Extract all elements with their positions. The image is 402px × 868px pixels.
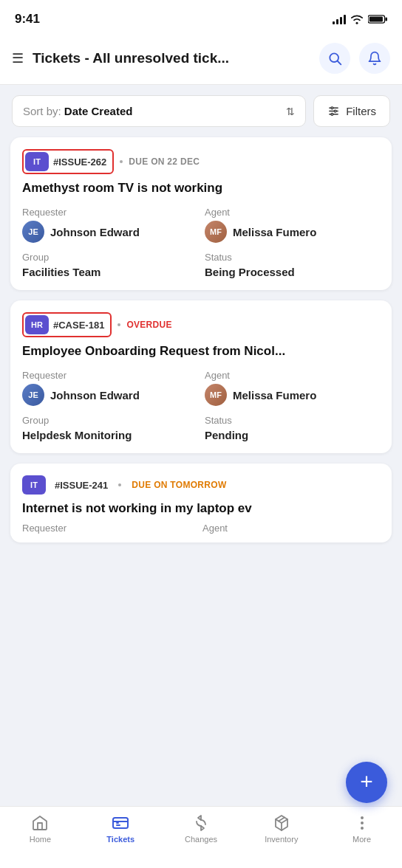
group-label-0: Group (22, 252, 197, 263)
changes-icon (192, 814, 210, 832)
page-title: Tickets - All unresolved tick... (33, 50, 310, 66)
ticket-id-0: #ISSUE-262 (53, 156, 106, 168)
ticket-card-0[interactable]: IT #ISSUE-262 DUE ON 22 DEC Amethyst roo… (10, 137, 392, 290)
ticket-title-1: Employee Onboarding Request from Nicol..… (22, 343, 380, 359)
requester-avatar-1: JE (22, 384, 44, 406)
status-field-0: Status Being Processed (205, 252, 380, 278)
nav-label-tickets: Tickets (106, 835, 134, 844)
ticket-card-1[interactable]: HR #CASE-181 OVERDUE Employee Onboarding… (10, 300, 392, 453)
signal-icon (333, 14, 346, 24)
nav-label-more: More (352, 835, 371, 844)
status-value-0: Being Processed (205, 266, 380, 278)
sort-button[interactable]: Sort by: Date Created ⇅ (12, 95, 306, 127)
status-value-1: Pending (205, 429, 380, 441)
sort-value: Date Created (64, 105, 133, 117)
status-bar: 9:41 (0, 0, 402, 35)
notification-button[interactable] (359, 43, 390, 74)
card-header-0: IT #ISSUE-262 DUE ON 22 DEC (22, 149, 380, 174)
status-label-1: Status (205, 415, 380, 426)
agent-field-1: Agent MF Melissa Fumero (205, 370, 380, 406)
dot-2 (118, 483, 121, 486)
agent-label-2: Agent (202, 523, 380, 534)
requester-label-2: Requester (22, 523, 200, 534)
filters-label: Filters (346, 105, 376, 117)
create-ticket-fab[interactable]: + (346, 762, 387, 803)
dept-badge-0: IT (25, 152, 49, 171)
sliders-icon (327, 105, 340, 117)
bell-icon (367, 51, 382, 66)
agent-name-0: Melissa Fumero (233, 226, 316, 238)
requester-label-1: Requester (22, 370, 197, 381)
status-label-0: Status (205, 252, 380, 263)
dept-badge-1: HR (25, 315, 49, 334)
card-fields-1: Requester JE Johnson Edward Agent MF Mel… (22, 370, 380, 441)
dept-badge-2: IT (22, 475, 46, 495)
plus-icon: + (360, 771, 373, 793)
status-icons (333, 14, 387, 24)
svg-marker-13 (201, 826, 204, 830)
inventory-icon (273, 814, 290, 832)
svg-rect-2 (369, 17, 383, 22)
requester-field-0: Requester JE Johnson Edward (22, 207, 197, 243)
svg-point-15 (361, 822, 363, 824)
group-field-0: Group Facilities Team (22, 252, 197, 278)
nav-item-home[interactable]: Home (0, 814, 81, 844)
group-label-1: Group (22, 415, 197, 426)
agent-name-1: Melissa Fumero (233, 389, 316, 402)
search-button[interactable] (319, 43, 350, 74)
svg-point-16 (361, 827, 363, 829)
home-icon (31, 814, 49, 832)
requester-label-0: Requester (22, 207, 197, 218)
bottom-nav: Home Tickets Changes Inventory (0, 806, 402, 868)
group-value-1: Helpdesk Monitoring (22, 429, 197, 441)
requester-avatar-0: JE (22, 221, 44, 243)
filter-button[interactable]: Filters (313, 95, 390, 127)
search-icon (327, 51, 342, 66)
ticket-card-2[interactable]: IT #ISSUE-241 DUE ON TOMORROW Internet i… (10, 464, 392, 542)
due-label-2: DUE ON TOMORROW (132, 480, 226, 490)
ticket-id-wrapper-0: IT #ISSUE-262 (22, 149, 114, 174)
agent-avatar-0: MF (205, 221, 227, 243)
svg-rect-1 (385, 17, 387, 21)
nav-label-changes: Changes (185, 835, 217, 844)
svg-line-4 (338, 61, 341, 65)
status-field-1: Status Pending (205, 415, 380, 441)
tickets-icon (112, 814, 129, 832)
ticket-title-2: Internet is not working in my laptop ev (22, 500, 380, 517)
header: ☰ Tickets - All unresolved tick... (0, 35, 402, 85)
card-header-2: IT #ISSUE-241 DUE ON TOMORROW (22, 475, 380, 495)
svg-point-9 (334, 110, 336, 112)
card-header-1: HR #CASE-181 OVERDUE (22, 312, 380, 337)
ticket-id-1: #CASE-181 (53, 320, 104, 331)
battery-icon (368, 14, 387, 24)
nav-item-more[interactable]: More (321, 814, 402, 844)
ticket-title-0: Amethyst room TV is not working (22, 180, 380, 196)
group-field-1: Group Helpdesk Monitoring (22, 415, 197, 441)
sort-filter-bar: Sort by: Date Created ⇅ Filters (0, 85, 402, 137)
requester-name-1: Johnson Edward (50, 389, 140, 402)
nav-item-tickets[interactable]: Tickets (81, 814, 161, 844)
dot-0 (120, 160, 123, 163)
hamburger-icon[interactable]: ☰ (12, 50, 24, 66)
status-time: 9:41 (15, 12, 40, 27)
nav-item-changes[interactable]: Changes (161, 814, 242, 844)
agent-label-1: Agent (205, 370, 380, 381)
tickets-list: IT #ISSUE-262 DUE ON 22 DEC Amethyst roo… (0, 137, 402, 542)
agent-avatar-1: MF (205, 384, 227, 406)
svg-point-14 (361, 817, 363, 819)
due-label-1: OVERDUE (126, 320, 171, 330)
svg-point-10 (331, 113, 333, 115)
nav-label-inventory: Inventory (265, 835, 298, 844)
ticket-id-2: #ISSUE-241 (55, 480, 108, 491)
requester-field-1: Requester JE Johnson Edward (22, 370, 197, 406)
agent-field-0: Agent MF Melissa Fumero (205, 207, 380, 243)
group-value-0: Facilities Team (22, 266, 197, 278)
sort-label: Sort by: (23, 105, 61, 117)
nav-item-inventory[interactable]: Inventory (241, 814, 321, 844)
svg-marker-12 (198, 816, 201, 820)
due-label-0: DUE ON 22 DEC (129, 156, 200, 167)
dot-1 (117, 323, 120, 326)
ticket-id-wrapper-1: HR #CASE-181 (22, 312, 112, 337)
card-fields-0: Requester JE Johnson Edward Agent MF Mel… (22, 207, 380, 278)
wifi-icon (350, 14, 364, 24)
